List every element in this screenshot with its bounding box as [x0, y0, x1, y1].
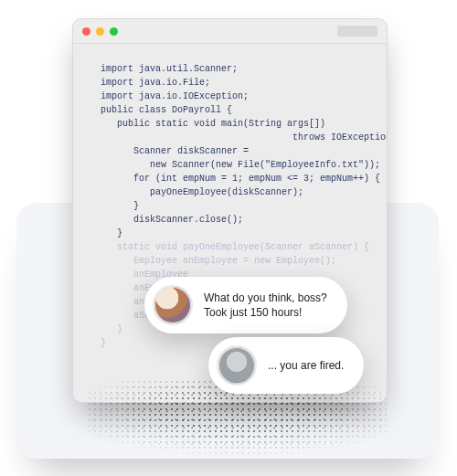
avatar	[153, 285, 193, 325]
window-titlebar	[73, 19, 387, 44]
code-line: import java.io.File;	[101, 78, 210, 88]
code-line: }	[101, 201, 139, 211]
code-line: Scanner diskScanner =	[101, 146, 249, 156]
code-line: for (int empNum = 1; empNum <= 3; empNum…	[101, 174, 380, 184]
code-line: new Scanner(new File("EmployeeInfo.txt")…	[101, 160, 380, 170]
code-line-faded: Employee anEmployee = new Employee();	[101, 256, 336, 266]
chat-text: ... you are fired.	[268, 358, 344, 373]
code-line: throws IOException {	[101, 132, 388, 143]
code-line: public class DoPayroll {	[101, 105, 232, 115]
code-line-faded: }	[101, 338, 106, 348]
code-line: payOneEmployee(diskScanner);	[101, 187, 303, 197]
code-line: import java.io.IOException;	[101, 91, 249, 101]
chat-text: What do you think, boss? Took just 150 h…	[204, 291, 327, 320]
traffic-lights	[82, 27, 118, 36]
chat-bubble-developer: What do you think, boss? Took just 150 h…	[144, 277, 347, 333]
avatar	[217, 345, 257, 386]
code-line: import java.util.Scanner;	[101, 64, 238, 74]
code-line: }	[101, 228, 122, 238]
close-icon[interactable]	[82, 27, 90, 36]
chat-bubble-boss: ... you are fired.	[208, 337, 364, 394]
code-line: diskScanner.close();	[101, 215, 243, 225]
minimize-icon[interactable]	[96, 27, 104, 36]
toolbar-placeholder	[337, 26, 377, 37]
code-line: public static void main(String args[])	[101, 119, 325, 129]
code-line-faded: static void payOneEmployee(Scanner aScan…	[101, 242, 369, 252]
code-line-faded: }	[101, 324, 122, 334]
zoom-icon[interactable]	[110, 27, 118, 36]
